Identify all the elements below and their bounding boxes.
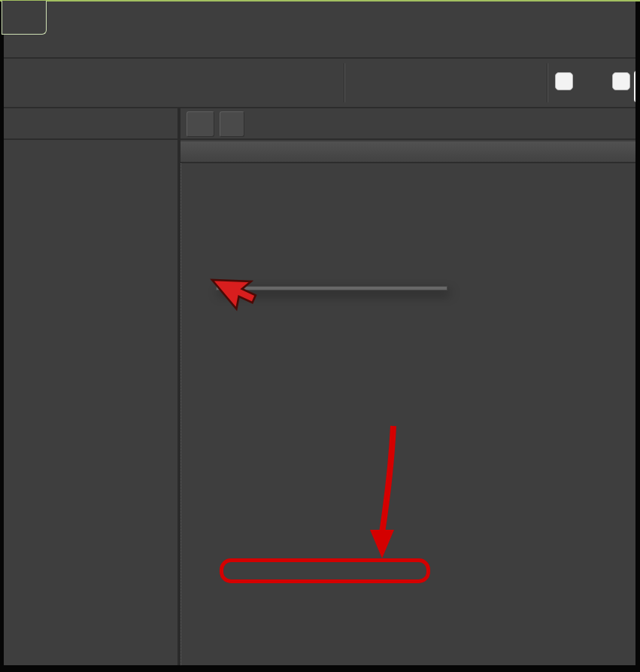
file-manager-window (0, 0, 640, 672)
menubar (4, 36, 635, 57)
app-icon-tab[interactable] (2, 1, 47, 35)
close-sidebar-button[interactable] (154, 114, 172, 132)
context-menu (216, 286, 447, 290)
file-list (180, 163, 635, 665)
shortcuts-bar (4, 108, 635, 138)
window-frame (0, 665, 640, 672)
window-frame (635, 2, 640, 672)
edit-path-button[interactable] (187, 111, 214, 137)
window-top-border (0, 0, 640, 2)
sidebar (4, 140, 177, 665)
toolbar-separator (344, 63, 345, 102)
toolbar-separator (547, 63, 548, 102)
column-header-row (180, 141, 635, 163)
chevron-down-icon[interactable] (134, 117, 146, 128)
toolbar (4, 59, 635, 107)
window-frame (0, 2, 4, 672)
zoom-out-button[interactable] (555, 72, 573, 90)
zoom-in-button[interactable] (612, 72, 630, 90)
display-toggle-button[interactable] (220, 111, 244, 137)
